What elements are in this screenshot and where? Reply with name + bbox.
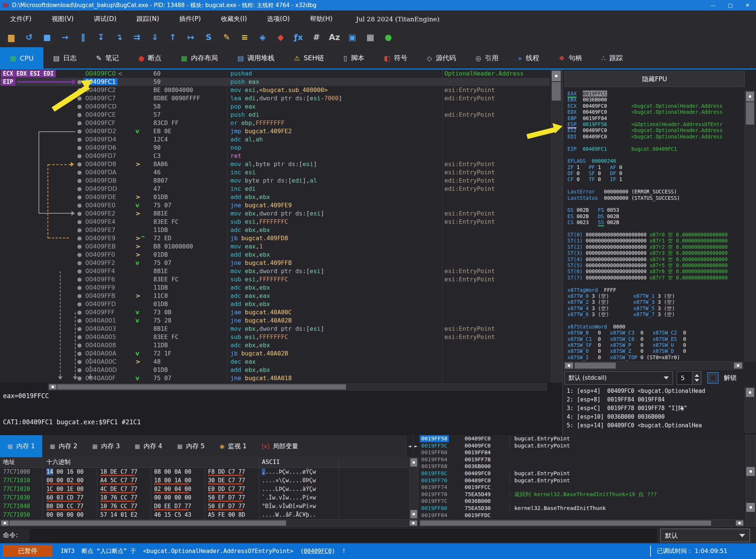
step-over-icon[interactable]: ↴ (111, 30, 126, 45)
stack-pane[interactable]: 0019FF5800409FC0bugcat.EntryPoint0019FF5… (419, 435, 744, 519)
register-line[interactable]: CF 0 TF 0 IF 1 (567, 176, 745, 182)
disasm-row[interactable]: 0040A00C>48dec eax (0, 358, 550, 366)
disasm-row[interactable]: 00409FD8>8A06mov al,byte ptr ds:[esi]esi… (0, 160, 550, 168)
tab-线程[interactable]: »线程 (508, 47, 549, 69)
arg-count-stepper[interactable]: 5 (677, 371, 701, 385)
script-icon[interactable]: S (201, 30, 216, 45)
fx-icon[interactable]: ƒx (291, 30, 306, 45)
stack-arg-row[interactable]: 5: [esp+14] 00409FC0 <bugcat.OptionalHea (567, 421, 745, 430)
breakpoint-bullet[interactable] (77, 105, 82, 109)
register-line[interactable]: EAX 0019FFCC (567, 91, 745, 97)
disasm-row[interactable]: 0040A001v75 28jne bugcat.40A02B (0, 317, 550, 325)
registers-vscrollbar[interactable] (745, 91, 755, 361)
breakpoint-bullet[interactable] (77, 171, 82, 175)
tab-跟踪[interactable]: ∴跟踪 (592, 47, 633, 69)
menu-item-7[interactable]: 帮助(H) (300, 10, 343, 27)
stack-row[interactable]: 0019FF740019FFCC (419, 484, 744, 491)
clear-icon[interactable]: ◆ (273, 30, 288, 45)
tab-内存 1[interactable]: ▦内存 1 (0, 435, 42, 457)
disasm-row[interactable]: 00409FDA46inc esiesi:EntryPoint (0, 168, 550, 177)
run-icon[interactable]: → (58, 30, 73, 45)
dump-row[interactable]: 77C7103060 03 CD 7710 76 CC 7700 00 00 0… (0, 494, 419, 502)
breakpoint-bullet[interactable] (77, 352, 82, 356)
stack-row[interactable]: 0019FF7C0036B000 (419, 498, 744, 505)
register-list[interactable]: EAX 0019FFCCEBX 0036B000ECX 00409FC0 <bu… (567, 91, 745, 361)
disasm-row[interactable]: 00409FEB>B8 01000000mov eax,1 (0, 242, 550, 251)
breakpoint-bullet[interactable] (77, 121, 82, 125)
unlock-checkbox[interactable] (707, 372, 719, 384)
breakpoint-bullet[interactable] (77, 187, 82, 191)
breakpoint-bullet[interactable] (77, 245, 82, 249)
tab-断点[interactable]: ●断点 (129, 47, 171, 69)
menu-item-2[interactable]: 调试(D) (84, 10, 126, 27)
disasm-row[interactable]: 00409FCF83CD FFor ebp,FFFFFFFF (0, 119, 550, 127)
breakpoint-bullet[interactable] (77, 204, 82, 208)
calling-convention-select[interactable]: 默认 (stdcall) (564, 371, 673, 385)
restart-icon[interactable]: ↺ (22, 30, 37, 45)
register-line[interactable] (567, 183, 745, 189)
stack-row[interactable]: 0019FF5800409FC0bugcat.EntryPoint (419, 435, 744, 442)
compare-icon[interactable]: ≡ (237, 30, 252, 45)
disasm-row[interactable]: 00409FCE57push ediedi:EntryPoint (0, 111, 550, 119)
tab-符号[interactable]: ◧符号 (374, 47, 417, 69)
tab-监视 1[interactable]: ◉监视 1 (212, 435, 254, 457)
register-line[interactable] (567, 140, 745, 146)
register-line[interactable]: EBX 0036B000 (567, 97, 745, 103)
run-to-user-icon[interactable]: ⇉ (129, 30, 144, 45)
topmost-icon[interactable]: ▣ (345, 30, 360, 45)
register-line[interactable]: ECX 00409FC0 <bugcat.OptionalHeader.Addr… (567, 103, 745, 109)
tab-源代码[interactable]: ◇源代码 (417, 47, 466, 69)
register-line[interactable]: LastError 00000000 (ERROR_SUCCESS) (567, 189, 745, 195)
open-file-icon[interactable]: ▆ (4, 30, 19, 45)
disasm-row[interactable]: 00409FD690nop (0, 144, 550, 152)
disasm-vscrollbar[interactable] (551, 70, 562, 382)
disasm-row[interactable]: 0040A00Fv75 07jne bugcat.40A018 (0, 374, 550, 382)
disasm-row[interactable]: 00409FDD47inc ediedi:EntryPoint (0, 185, 550, 193)
breakpoint-bullet[interactable] (77, 294, 82, 298)
menu-item-4[interactable]: 插件(P) (169, 10, 211, 27)
register-line[interactable]: ST(5) 00000000000000000000 x87r5 空 0.000… (567, 262, 745, 268)
breakpoint-bullet[interactable] (77, 286, 82, 290)
register-line[interactable]: ZF 1 PF 1 AF 0 (567, 164, 745, 170)
register-line[interactable]: ESP 0019FF58 <&OptionalHeader.AddressOfE… (567, 121, 745, 127)
register-line[interactable]: OF 0 SF 0 DF 0 (567, 170, 745, 176)
breakpoint-bullet[interactable] (77, 327, 82, 331)
register-line[interactable]: EDI 00409FC0 <bugcat.OptionalHeader.Addr… (567, 134, 745, 140)
register-line[interactable]: ESI 00409FC0 <bugcat.OptionalHeader.Addr… (567, 127, 745, 133)
pause-icon[interactable]: ∥ (76, 30, 91, 45)
disasm-row[interactable]: 00409FF683EE FCsub esi,FFFFFFFCesi:Entry… (0, 275, 550, 284)
memory-map-icon[interactable]: ◈ (255, 30, 270, 45)
close-button[interactable]: ✕ (739, 0, 756, 10)
tab-内存 3[interactable]: ▦内存 3 (85, 435, 127, 457)
register-line[interactable]: ST(1) 00000000000000000000 x87r1 空 0.000… (567, 238, 745, 244)
disasm-row[interactable]: 00409FCD58pop eax (0, 103, 550, 111)
spin-down-icon[interactable] (695, 379, 699, 382)
register-line[interactable]: x87TW_6 3 (空) x87TW_7 3 (空) (567, 311, 745, 317)
register-line[interactable]: LastStatus 00000000 (STATUS_SUCCESS) (567, 195, 745, 201)
breakpoint-bullet[interactable] (77, 138, 82, 142)
tab-内存 2[interactable]: ▦内存 2 (42, 435, 85, 457)
stack-row[interactable]: 0019FF8075EA5D30kernel32.BaseThreadInitT… (419, 505, 744, 512)
breakpoint-bullet[interactable] (77, 360, 82, 364)
dump-row[interactable]: 77C7101000 00 02 00A4 5C C7 7718 00 1A 0… (0, 476, 419, 485)
dump-row[interactable]: 77C7100014 00 16 0018 DE C7 7708 00 0A 0… (0, 468, 419, 476)
tab-局部变量[interactable]: [x]局部变量 (254, 435, 306, 457)
stack-arg-row[interactable]: 1: [esp+4] 00409FC0 <bugcat.OptionalHead (567, 387, 745, 395)
tab-调用堆栈[interactable]: ▤调用堆栈 (227, 47, 284, 69)
breakpoint-bullet[interactable] (77, 129, 82, 134)
register-line[interactable]: GS 002B FS 0053 (567, 207, 745, 213)
register-line[interactable] (567, 201, 745, 207)
disasm-row[interactable]: 0040A00583EE FCsub esi,FFFFFFFCesi:Entry… (0, 333, 550, 341)
menu-item-1[interactable]: 视图(V) (42, 10, 84, 27)
register-line[interactable]: CS 0023 SS 002B (567, 219, 745, 225)
disassembly-pane[interactable]: 00409FC0 <60pushadOptionalHeader.Address… (0, 70, 550, 382)
register-line[interactable]: x87SW_O 0 x87SW_Z 0 x87SW_D 0 (567, 348, 745, 354)
register-line[interactable]: ST(3) 00000000000000000000 x87r3 空 0.000… (567, 250, 745, 256)
dump-hscrollbar[interactable] (0, 519, 418, 527)
disasm-row[interactable]: 00409FD412C4adc al,ah (0, 135, 550, 144)
menu-item-0[interactable]: 文件(F) (0, 10, 42, 27)
dump-row[interactable]: 77C710201C 00 1E 004C DE C7 7702 00 04 0… (0, 485, 419, 493)
register-line[interactable]: x87SW_SF 0 x87SW_P 0 x87SW_U 0 (567, 342, 745, 348)
register-line[interactable] (567, 226, 745, 232)
tab-SEH链[interactable]: ⚠SEH链 (284, 47, 333, 69)
